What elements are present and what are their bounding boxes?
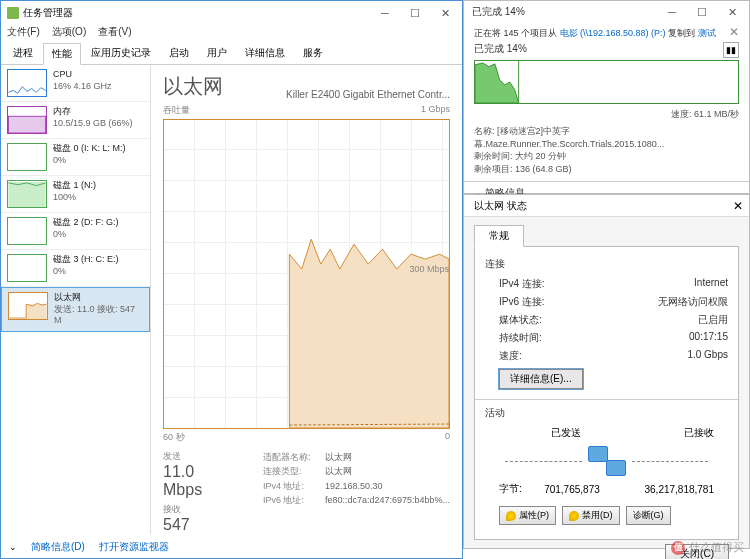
copy-dialog: 已完成 14% ─ ☐ ✕ ✕ 正在将 145 个项目从 电影 (\\192.1… [463,0,750,194]
tab-performance[interactable]: 性能 [43,43,81,65]
maximize-button[interactable]: ☐ [400,2,430,24]
svg-rect-1 [8,182,45,207]
ymax-label: 1 Gbps [421,104,450,117]
tm-title-text: 任务管理器 [23,6,73,20]
xaxis-right: 0 [445,431,450,444]
tm-titlebar[interactable]: 任务管理器 ─ ☐ ✕ [1,1,462,25]
eth-titlebar[interactable]: 以太网 状态 ✕ [464,195,749,217]
tab-general[interactable]: 常规 [474,225,524,247]
watermark-icon: 值 [671,541,685,555]
tab-apphistory[interactable]: 应用历史记录 [83,43,159,64]
sidebar-cpu[interactable]: CPU16% 4.16 GHz [1,65,150,102]
disable-button[interactable]: 禁用(D) [562,506,620,525]
resmon-link[interactable]: 打开资源监视器 [99,540,169,554]
sidebar-ethernet[interactable]: 以太网发送: 11.0 接收: 547 M [1,287,150,332]
shield-icon [506,511,516,521]
connection-heading: 连接 [485,257,728,271]
item-close-icon[interactable]: ✕ [729,25,739,39]
kv-row: 持续时间:00:17:15 [485,329,728,347]
shield-icon [569,511,579,521]
recv-value: 547 Mbps [163,516,233,535]
perf-heading: 以太网 [163,73,223,100]
kv-row: IPv6 连接:无网络访问权限 [485,293,728,311]
menu-options[interactable]: 选项(O) [52,25,86,43]
perf-main: 以太网 Killer E2400 Gigabit Ethernet Contr.… [151,65,462,535]
speed-graph [474,60,739,104]
taskmanager-window: 任务管理器 ─ ☐ ✕ 文件(F) 选项(O) 查看(V) 进程 性能 应用历史… [0,0,463,559]
xaxis-left: 60 秒 [163,431,185,444]
copy-title-text: 已完成 14% [472,5,525,19]
recv-col-label: 已接收 [684,426,714,440]
send-label: 发送 [163,450,233,463]
kv-row: IPv4 连接:Internet [485,275,728,293]
close-button[interactable]: ✕ [717,1,747,23]
speed-value: 61.1 MB/秒 [694,109,739,119]
activity-heading: 活动 [485,406,728,420]
svg-rect-0 [8,116,45,133]
sidebar-disk0[interactable]: 磁盘 0 (I: K: L: M:)0% [1,139,150,176]
svg-rect-2 [26,304,46,319]
progress-text: 已完成 14% [474,43,527,54]
perf-sidebar: CPU16% 4.16 GHz 内存10.5/15.9 GB (66%) 磁盘 … [1,65,151,535]
menu-file[interactable]: 文件(F) [7,25,40,43]
close-button[interactable]: ✕ [430,2,460,24]
sent-label: 已发送 [551,426,581,440]
watermark: 值 什么值得买 [671,540,744,555]
recv-label: 接收 [163,503,233,516]
throughput-label: 吞吐量 [163,104,190,117]
eth-title-text: 以太网 状态 [474,199,527,213]
properties-button[interactable]: 属性(P) [499,506,556,525]
pause-button[interactable]: ▮▮ [723,42,739,58]
bytes-label: 字节: [499,482,522,496]
tm-tabs: 进程 性能 应用历史记录 启动 用户 详细信息 服务 [1,43,462,65]
minimize-button[interactable]: ─ [657,1,687,23]
minimize-button[interactable]: ─ [370,2,400,24]
kv-row: 速度:1.0 Gbps [485,347,728,365]
tab-processes[interactable]: 进程 [5,43,41,64]
sidebar-disk2[interactable]: 磁盘 2 (D: F: G:)0% [1,213,150,250]
details-button[interactable]: 详细信息(E)... [499,369,583,389]
activity-icons [485,446,728,476]
close-button[interactable]: ✕ [733,199,743,213]
device-name: Killer E2400 Gigabit Ethernet Contr... [286,89,450,100]
dst-link[interactable]: 测试 [698,28,716,38]
tab-services[interactable]: 服务 [295,43,331,64]
sidebar-memory[interactable]: 内存10.5/15.9 GB (66%) [1,102,150,139]
sidebar-disk3[interactable]: 磁盘 3 (H: C: E:)0% [1,250,150,287]
computers-icon [588,446,626,476]
ethernet-status-dialog: 以太网 状态 ✕ 常规 连接 IPv4 连接:Internet IPv6 连接:… [463,194,750,549]
send-value: 11.0 Mbps [163,463,233,499]
chevron-down-icon[interactable]: ⌄ [9,542,17,552]
bytes-recv: 36,217,818,781 [644,484,714,495]
throughput-graph: 300 Mbps [163,119,450,429]
src-link[interactable]: 电影 (\\192.168.50.88) (P:) [560,28,666,38]
tab-details[interactable]: 详细信息 [237,43,293,64]
copy-metadata: 名称: [移动迷宫2]中英字幕.Maze.Runner.The.Scorch.T… [474,125,739,175]
brief-info-link[interactable]: 简略信息(D) [31,540,85,554]
copy-titlebar[interactable]: 已完成 14% ─ ☐ ✕ [464,1,749,23]
menu-view[interactable]: 查看(V) [98,25,131,43]
diagnose-button[interactable]: 诊断(G) [626,506,671,525]
tab-users[interactable]: 用户 [199,43,235,64]
copy-from-to: 正在将 145 个项目从 电影 (\\192.168.50.88) (P:) 复… [474,27,739,40]
tm-menubar: 文件(F) 选项(O) 查看(V) [1,25,462,43]
kv-row: 媒体状态:已启用 [485,311,728,329]
sidebar-disk1[interactable]: 磁盘 1 (N:)100% [1,176,150,213]
tab-startup[interactable]: 启动 [161,43,197,64]
maximize-button[interactable]: ☐ [687,1,717,23]
midline-label: 300 Mbps [409,264,449,274]
bytes-sent: 701,765,873 [544,484,600,495]
taskmanager-icon [7,7,19,19]
